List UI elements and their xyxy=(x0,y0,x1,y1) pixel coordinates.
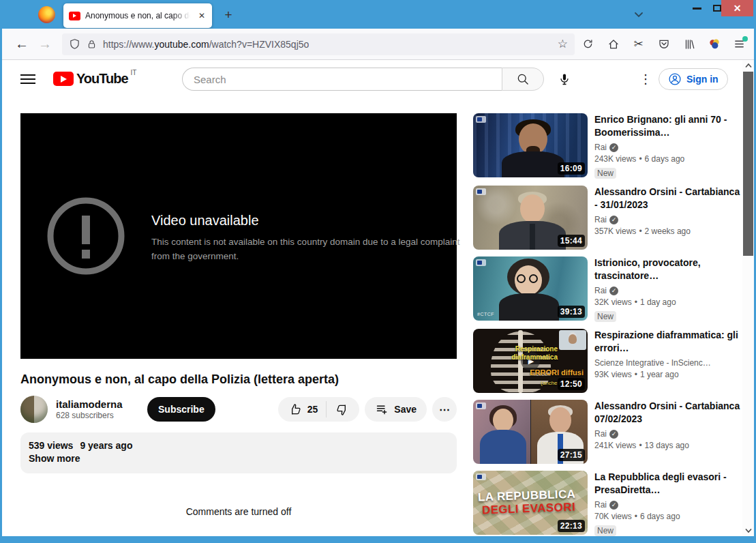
new-badge: New xyxy=(594,311,616,322)
channel-name: Rai xyxy=(594,286,607,295)
related-video-1[interactable]: 16:09 Enrico Brignano: gli anni 70 - Boo… xyxy=(473,113,743,179)
video-meta: 357K views•2 weeks ago xyxy=(594,226,743,236)
channel-name: Rai xyxy=(594,429,607,439)
rai-logo-badge xyxy=(476,473,486,480)
view-count: 243K views xyxy=(594,154,636,164)
verified-badge-icon: ✓ xyxy=(609,501,618,510)
url-bar[interactable]: https://www.youtube.com/watch?v=HZVIX85q… xyxy=(62,33,575,55)
video-thumbnail[interactable]: 16:09 xyxy=(473,113,588,177)
related-channel[interactable]: Scienze Integrative - InScienc… xyxy=(594,358,743,368)
upload-age: 1 day ago xyxy=(640,297,676,307)
window-minimize-button[interactable] xyxy=(687,0,706,16)
related-video-3[interactable]: #CTCF 39:13 Istrionico, provocatore, tra… xyxy=(473,256,743,322)
scroll-down-arrow-icon[interactable] xyxy=(742,525,754,536)
related-channel[interactable]: Rai✓ xyxy=(594,143,743,152)
more-actions-button[interactable]: ⋯ xyxy=(432,397,457,422)
video-thumbnail[interactable]: #CTCF 39:13 xyxy=(473,256,588,321)
video-thumbnail[interactable]: 27:15 xyxy=(473,400,588,464)
url-text[interactable]: https://www.youtube.com/watch?v=HZVIX85q… xyxy=(103,39,309,50)
minimize-icon xyxy=(693,8,701,10)
related-video-title[interactable]: Istrionico, provocatore, trascinatore… xyxy=(594,256,743,282)
back-button[interactable]: ← xyxy=(10,33,33,56)
related-channel[interactable]: Rai✓ xyxy=(594,286,743,295)
related-video-6[interactable]: LA REPUBBLICA DEGLI EVASORI 22:13 La Rep… xyxy=(473,471,743,536)
search-button[interactable] xyxy=(502,68,544,91)
related-video-4[interactable]: ▶ Respirazionediaframmatica ERRORI diffu… xyxy=(473,329,743,393)
view-count: 70K views xyxy=(594,512,632,521)
related-video-title[interactable]: Respirazione diaframmatica: gli errori… xyxy=(594,329,743,355)
related-channel[interactable]: Rai✓ xyxy=(594,500,743,510)
meta-separator: • xyxy=(639,154,641,164)
voice-search-button[interactable] xyxy=(555,70,574,89)
app-menu-button[interactable] xyxy=(727,33,751,56)
related-video-2[interactable]: 15:44 Alessandro Orsini - Cartabianca - … xyxy=(473,186,743,250)
show-more-button[interactable]: Show more xyxy=(29,453,80,464)
duration-badge: 27:15 xyxy=(558,449,585,461)
channel-name: Rai xyxy=(594,143,607,152)
video-thumbnail[interactable]: LA REPUBBLICA DEGLI EVASORI 22:13 xyxy=(473,471,588,535)
browser-toolbar: ← → https://www.youtube.com/watch?v=HZVI… xyxy=(2,29,754,60)
meta-separator: • xyxy=(639,441,641,450)
search-input[interactable] xyxy=(182,68,502,91)
related-video-title[interactable]: Alessandro Orsini - Cartabianca 07/02/20… xyxy=(594,400,743,426)
youtube-logo-text: YouTube xyxy=(76,70,128,87)
home-button[interactable] xyxy=(601,33,625,56)
lock-icon[interactable] xyxy=(87,39,97,50)
sign-in-button[interactable]: Sign in xyxy=(659,68,728,90)
description-box[interactable]: 539 views 9 years ago Show more xyxy=(20,432,457,473)
bookmark-star-icon[interactable]: ☆ xyxy=(558,37,568,51)
related-video-title[interactable]: Alessandro Orsini - Cartabianca - 31/01/… xyxy=(594,186,743,211)
guide-hamburger-button[interactable] xyxy=(20,72,35,87)
dislike-button[interactable] xyxy=(327,402,359,417)
video-thumbnail[interactable]: 15:44 xyxy=(473,186,588,250)
channel-name[interactable]: italiamoderna xyxy=(56,398,132,410)
upload-age: 9 years ago xyxy=(80,440,132,451)
video-info: Alessandro Orsini - Cartabianca 07/02/20… xyxy=(594,400,743,464)
video-thumbnail[interactable]: ▶ Respirazionediaframmatica ERRORI diffu… xyxy=(473,329,588,393)
screenshot-scissors-icon[interactable]: ✂ xyxy=(626,33,650,56)
reload-button[interactable] xyxy=(576,33,600,56)
save-label: Save xyxy=(394,404,417,415)
new-tab-button[interactable]: + xyxy=(220,7,237,23)
youtube-play-icon xyxy=(53,72,74,86)
subscribe-button[interactable]: Subscribe xyxy=(147,397,215,422)
settings-kebab-icon[interactable]: ⋮ xyxy=(636,70,655,89)
like-count: 25 xyxy=(307,404,318,415)
related-video-title[interactable]: Enrico Brignano: gli anni 70 - Boomeriss… xyxy=(594,113,743,139)
verified-badge-icon: ✓ xyxy=(609,287,618,295)
related-channel[interactable]: Rai✓ xyxy=(594,429,743,439)
video-meta: 241K views•13 days ago xyxy=(594,441,743,450)
save-button[interactable]: Save xyxy=(365,397,427,422)
scroll-up-arrow-icon[interactable] xyxy=(742,60,754,71)
upload-age: 2 weeks ago xyxy=(645,226,691,236)
thumbnail-art xyxy=(502,151,564,177)
view-count: 357K views xyxy=(594,226,636,236)
watch-column: Video unavailable This content is not av… xyxy=(20,113,457,517)
page-scrollbar[interactable] xyxy=(742,60,754,536)
search-form xyxy=(182,68,544,91)
tab-close-icon[interactable]: ✕ xyxy=(197,10,207,22)
scrollbar-thumb[interactable] xyxy=(743,72,753,256)
video-player[interactable]: Video unavailable This content is not av… xyxy=(20,113,457,359)
related-video-5[interactable]: 27:15 Alessandro Orsini - Cartabianca 07… xyxy=(473,400,743,464)
upload-age: 6 days ago xyxy=(645,154,685,164)
page-content: YouTube IT ⋮ Sign in Video unavailable T… xyxy=(2,60,754,536)
youtube-favicon xyxy=(69,12,80,20)
list-tabs-chevron-icon[interactable] xyxy=(633,9,644,20)
url-prefix: https://www. xyxy=(103,39,154,50)
library-icon[interactable] xyxy=(677,33,701,56)
pocket-icon[interactable] xyxy=(652,33,676,56)
related-video-title[interactable]: La Repubblica degli evasori - PresaDiret… xyxy=(594,471,743,497)
related-channel[interactable]: Rai✓ xyxy=(594,215,743,224)
view-count: 93K views xyxy=(594,370,632,379)
window-close-button[interactable]: ✕ xyxy=(721,0,753,16)
youtube-logo[interactable]: YouTube IT xyxy=(53,70,136,87)
extension-icon[interactable] xyxy=(702,33,726,56)
browser-tab[interactable]: Anonymous e non, al capo della ✕ xyxy=(63,3,212,28)
error-message-block: Video unavailable This content is not av… xyxy=(151,213,465,263)
tracking-shield-icon[interactable] xyxy=(69,38,80,50)
like-button[interactable]: 25 xyxy=(278,402,327,417)
error-title: Video unavailable xyxy=(151,213,465,229)
channel-row: italiamoderna 628 subscribers Subscribe … xyxy=(20,396,457,423)
channel-avatar[interactable] xyxy=(20,396,48,423)
